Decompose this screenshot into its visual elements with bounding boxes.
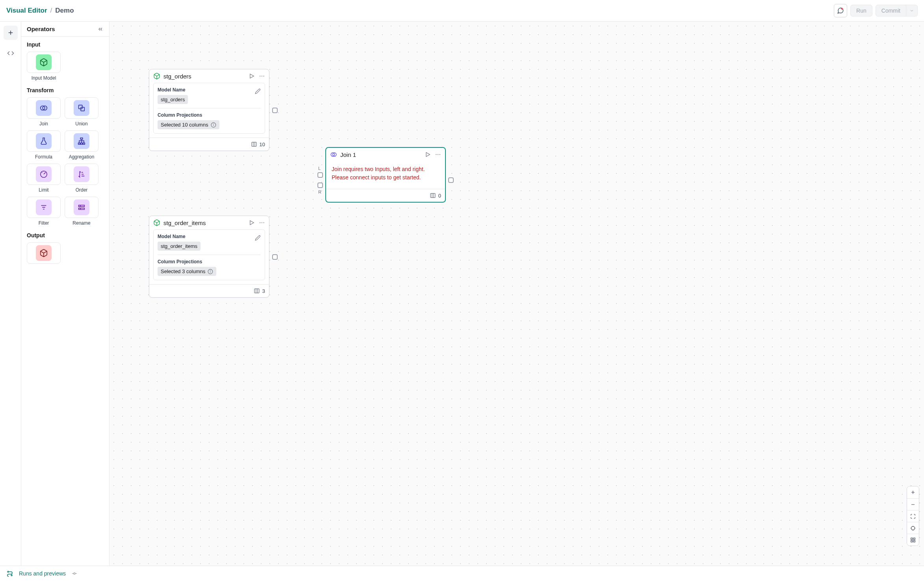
footer-bar[interactable]: Runs and previews — [0, 566, 924, 581]
runs-icon — [6, 570, 13, 577]
node-run-button[interactable] — [249, 73, 255, 79]
sidebar-title: Operators — [27, 26, 55, 32]
svg-rect-26 — [252, 142, 256, 147]
breadcrumb-page: Demo — [55, 7, 74, 15]
commit-caret-button[interactable] — [906, 5, 918, 17]
op-join[interactable]: Join — [27, 97, 61, 127]
zoom-in-button[interactable] — [907, 486, 919, 498]
zoom-out-button[interactable] — [907, 498, 919, 510]
play-icon — [249, 220, 255, 226]
node-run-button[interactable] — [425, 151, 431, 158]
projections-value: Selected 10 columns — [161, 122, 208, 128]
op-input-model[interactable]: Input Model — [27, 52, 61, 81]
node-stg-orders[interactable]: stg_orders Model Name stg_orders Column … — [149, 69, 269, 151]
svg-marker-19 — [250, 74, 254, 78]
input-port-right[interactable] — [317, 182, 323, 188]
fullscreen-button[interactable] — [907, 510, 919, 522]
edit-model-button[interactable] — [255, 88, 261, 94]
code-icon — [7, 50, 14, 57]
commit-button[interactable]: Commit — [876, 5, 906, 17]
svg-rect-59 — [913, 540, 915, 542]
svg-point-32 — [262, 222, 262, 223]
canvas[interactable]: stg_orders Model Name stg_orders Column … — [109, 22, 924, 566]
projections-label: Column Projections — [158, 259, 261, 264]
more-horizontal-icon — [259, 73, 265, 79]
model-name-label: Model Name — [158, 87, 186, 93]
output-port[interactable] — [272, 254, 278, 260]
projections-chip[interactable]: Selected 3 columns — [158, 267, 216, 276]
svg-point-61 — [7, 571, 9, 572]
plus-icon — [7, 29, 14, 36]
node-run-button[interactable] — [249, 220, 255, 226]
operators-sidebar: Operators Input Input Model Tran — [21, 22, 109, 566]
op-union[interactable]: Union — [65, 97, 98, 127]
node-menu-button[interactable] — [259, 73, 265, 79]
port-label-left: L — [318, 166, 321, 171]
footer-label: Runs and previews — [19, 570, 66, 577]
projections-chip[interactable]: Selected 10 columns — [158, 120, 219, 129]
info-icon — [208, 269, 213, 274]
svg-point-22 — [263, 76, 264, 76]
breadcrumb-product[interactable]: Visual Editor — [6, 7, 47, 15]
output-port[interactable] — [448, 177, 454, 183]
op-rename[interactable]: Rename — [65, 197, 98, 226]
join-icon — [39, 104, 48, 112]
fit-view-button[interactable] — [907, 522, 919, 534]
op-output-model[interactable] — [27, 242, 61, 264]
svg-point-45 — [440, 154, 440, 155]
svg-rect-57 — [911, 538, 913, 539]
node-join-1[interactable]: Join 1 Join requires two Inputs, left an… — [325, 147, 446, 203]
rename-icon — [77, 203, 86, 212]
svg-rect-16 — [79, 208, 85, 210]
svg-point-21 — [262, 76, 262, 76]
minus-icon — [910, 502, 916, 507]
op-label: Order — [76, 187, 88, 193]
play-icon — [249, 73, 255, 79]
svg-rect-60 — [911, 540, 913, 542]
node-stg-order-items[interactable]: stg_order_items Model Name stg_order_ite… — [149, 216, 269, 298]
op-formula[interactable]: Formula — [27, 130, 61, 160]
svg-rect-10 — [83, 143, 85, 145]
node-menu-button[interactable] — [435, 151, 441, 158]
section-input-title: Input — [27, 41, 104, 48]
input-port-left[interactable] — [317, 172, 323, 178]
columns-icon — [251, 141, 257, 147]
svg-point-63 — [74, 573, 75, 574]
op-limit[interactable]: Limit — [27, 164, 61, 193]
minimap-button[interactable] — [907, 534, 919, 546]
footer-commit-indicator[interactable] — [71, 570, 78, 577]
add-tab-button[interactable] — [4, 26, 18, 40]
flask-icon — [39, 137, 48, 145]
edit-model-button[interactable] — [255, 235, 261, 241]
pencil-icon — [255, 88, 261, 94]
section-transform: Transform Join Union — [21, 82, 109, 227]
output-port[interactable] — [272, 108, 278, 113]
op-filter[interactable]: Filter — [27, 197, 61, 226]
section-transform-title: Transform — [27, 87, 104, 93]
svg-rect-6 — [81, 107, 84, 111]
header-actions: Run Commit — [834, 4, 918, 17]
commit-button-group: Commit — [876, 5, 918, 17]
chat-sparkle-icon — [837, 7, 844, 14]
code-tab-button[interactable] — [4, 46, 18, 60]
op-aggregation[interactable]: Aggregation — [65, 130, 98, 160]
svg-point-25 — [213, 124, 213, 124]
op-label: Formula — [35, 154, 52, 160]
join-icon — [330, 151, 337, 158]
node-menu-button[interactable] — [259, 220, 265, 226]
collapse-sidebar-button[interactable] — [97, 26, 104, 32]
svg-point-20 — [260, 76, 260, 76]
cube-icon — [153, 219, 160, 226]
grid-icon — [910, 537, 916, 543]
svg-rect-58 — [913, 538, 915, 539]
breadcrumb: Visual Editor / Demo — [6, 7, 74, 15]
cube-icon — [39, 58, 48, 67]
node-title-text: Join 1 — [340, 151, 356, 158]
column-count: 0 — [438, 193, 441, 199]
op-order[interactable]: Order — [65, 164, 98, 193]
run-button[interactable]: Run — [850, 5, 872, 17]
ai-assist-button[interactable] — [834, 4, 847, 17]
svg-rect-5 — [79, 105, 82, 109]
git-commit-icon — [71, 570, 78, 577]
union-icon — [77, 104, 86, 112]
